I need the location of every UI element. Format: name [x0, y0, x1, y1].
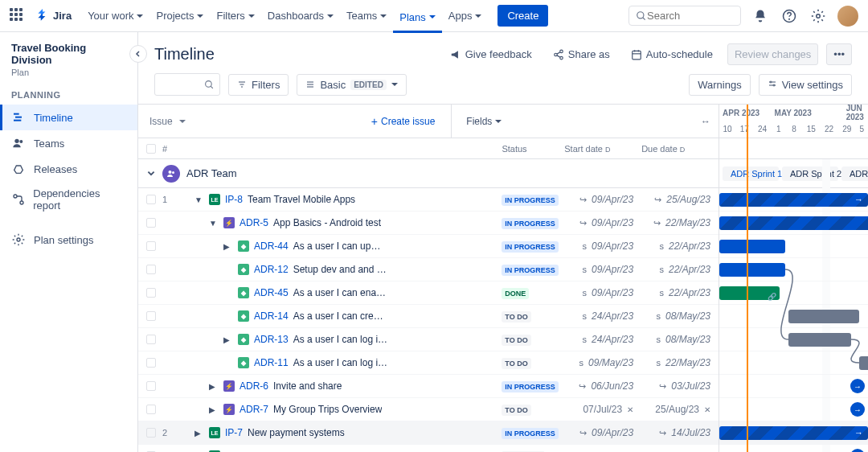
issue-key-link[interactable]: ADR-14 [254, 310, 289, 322]
gantt-bar[interactable] [719, 263, 785, 277]
status-badge[interactable]: IN PROGRESS [502, 241, 559, 253]
search-input[interactable] [647, 10, 734, 22]
status-badge[interactable]: IN PROGRESS [502, 218, 559, 229]
status-badge[interactable]: DONE [502, 288, 529, 299]
row-checkbox[interactable] [146, 195, 156, 204]
more-actions-button[interactable]: ••• [826, 43, 852, 65]
fields-dropdown[interactable]: Fields [466, 116, 502, 127]
create-button[interactable]: Create [497, 5, 548, 27]
start-date-cell[interactable]: ↪09/Apr/23 [564, 194, 641, 205]
gantt-bar[interactable] [788, 310, 859, 323]
clear-icon[interactable]: ✕ [704, 405, 710, 414]
due-date-cell[interactable]: ↪14/Jul/23 [641, 427, 719, 438]
nav-item-projects[interactable]: Projects [149, 0, 210, 33]
due-date-cell[interactable]: s22/Apr/23 [641, 264, 719, 275]
view-mode-button[interactable]: BasicEDITED [297, 74, 406, 96]
issue-key-link[interactable]: ADR-45 [254, 287, 289, 298]
issue-key-link[interactable]: IP-8 [225, 194, 243, 205]
column-header-due[interactable]: Due date [641, 144, 678, 154]
issue-row[interactable]: ◆ADR-14As a user I can cre…TO DOs24/Apr/… [138, 305, 719, 328]
issue-key-link[interactable]: IP-7 [225, 427, 243, 438]
sidebar-item-releases[interactable]: Releases [0, 156, 137, 182]
offscreen-bar-indicator[interactable]: → [850, 449, 865, 452]
status-badge[interactable]: TO DO [502, 335, 530, 346]
create-issue-button[interactable]: +Create issue [371, 115, 436, 128]
start-date-cell[interactable]: s24/Apr/23 [564, 334, 641, 345]
row-checkbox[interactable] [146, 358, 156, 368]
global-search[interactable] [628, 6, 741, 26]
due-date-cell[interactable]: s08/May/23 [641, 334, 719, 345]
start-date-cell[interactable]: s09/Apr/23 [564, 287, 641, 298]
due-date-cell[interactable]: s22/May/23 [641, 357, 719, 368]
sprint-pill[interactable]: ADR Sprint 1 [723, 166, 779, 181]
issue-key-link[interactable]: ADR-11 [254, 357, 289, 368]
status-badge[interactable]: TO DO [502, 405, 530, 416]
settings-icon[interactable] [809, 6, 828, 26]
row-checkbox[interactable] [146, 288, 156, 298]
due-date-cell[interactable]: 25/Aug/23✕ [641, 404, 719, 415]
column-header-status[interactable]: Status [502, 144, 564, 154]
gantt-bar[interactable] [719, 216, 868, 230]
expand-toggle[interactable]: ▶ [223, 335, 233, 344]
gantt-bar[interactable] [719, 240, 785, 253]
gantt-bar[interactable]: 🔗 [859, 356, 868, 370]
due-date-cell[interactable]: s08/May/23 [641, 310, 719, 322]
sidebar-item-plan-settings[interactable]: Plan settings [0, 227, 137, 253]
give-feedback-button[interactable]: Give feedback [444, 44, 538, 64]
nav-item-dashboards[interactable]: Dashboards [261, 0, 340, 33]
sidebar-collapse-button[interactable] [129, 45, 147, 63]
row-checkbox[interactable] [146, 381, 156, 391]
notifications-icon[interactable] [751, 6, 770, 26]
expand-toggle[interactable]: ▶ [209, 382, 219, 391]
due-date-cell[interactable]: ↪25/Aug/23 [641, 194, 719, 205]
row-checkbox[interactable] [146, 265, 156, 274]
row-checkbox[interactable] [146, 428, 156, 438]
warnings-button[interactable]: Warnings [689, 74, 750, 96]
issue-key-link[interactable]: ADR-6 [240, 380, 268, 392]
gantt-bar[interactable]: → [719, 426, 868, 440]
expand-toggle[interactable]: ▼ [194, 195, 204, 204]
expand-toggle[interactable]: ▶ [223, 242, 233, 251]
gantt-bar[interactable] [788, 333, 851, 347]
view-settings-button[interactable]: View settings [759, 74, 852, 96]
user-avatar[interactable] [837, 6, 858, 27]
issue-key-link[interactable]: ADR-12 [254, 264, 289, 275]
issue-row[interactable]: ◆ADR-12Setup dev and and …IN PROGRESSs09… [138, 258, 719, 281]
expand-toggle[interactable]: ▶ [209, 405, 219, 414]
collapse-columns-icon[interactable]: ↔ [701, 116, 710, 127]
sprint-pill[interactable]: ADR Sprint 3 [841, 166, 868, 181]
start-date-cell[interactable]: ↪09/Apr/23 [564, 217, 641, 228]
nav-item-apps[interactable]: Apps [442, 0, 489, 33]
issue-row[interactable]: 2▶LEIP-7New payment systemsIN PROGRESS↪0… [138, 421, 719, 445]
sidebar-item-dependencies-report[interactable]: Dependencies report [0, 182, 137, 217]
help-icon[interactable] [780, 6, 799, 26]
status-badge[interactable]: IN PROGRESS [502, 195, 559, 206]
auto-schedule-button[interactable]: Auto-schedule [624, 44, 719, 64]
issue-row[interactable]: ▶◆ADR-13As a user I can log i…TO DOs24/A… [138, 328, 719, 351]
status-badge[interactable]: IN PROGRESS [502, 265, 559, 276]
row-checkbox[interactable] [146, 405, 156, 414]
share-as-button[interactable]: Share as [547, 44, 616, 64]
issue-row[interactable]: ▶⚡ADR-7My Group Trips OverviewTO DO07/Ju… [138, 398, 719, 421]
start-date-cell[interactable]: s24/Apr/23 [564, 310, 641, 322]
team-group-row[interactable]: ADR Team [138, 159, 719, 188]
review-changes-button[interactable]: Review changes [727, 43, 818, 65]
expand-toggle[interactable]: ▶ [194, 429, 204, 438]
due-date-cell[interactable]: s22/Apr/23 [641, 240, 719, 252]
issue-row[interactable]: ▼⚡ADR-5App Basics - Android testIN PROGR… [138, 212, 719, 235]
offscreen-bar-indicator[interactable]: → [850, 379, 865, 393]
issue-key-link[interactable]: ADR-13 [254, 334, 289, 345]
nav-item-plans[interactable]: Plans [393, 1, 442, 33]
column-header-start[interactable]: Start date [564, 144, 603, 154]
status-badge[interactable]: IN PROGRESS [502, 428, 559, 439]
filters-button[interactable]: Filters [228, 74, 289, 96]
nav-item-filters[interactable]: Filters [210, 0, 260, 33]
row-checkbox[interactable] [146, 311, 156, 321]
row-checkbox[interactable] [146, 241, 156, 251]
issue-row[interactable]: ◆ADR-11As a user I can log i…TO DOs09/Ma… [138, 351, 719, 375]
issue-key-link[interactable]: ADR-5 [240, 217, 268, 228]
start-date-cell[interactable]: ↪09/Apr/23 [564, 427, 641, 438]
start-date-cell[interactable]: s09/May/23 [564, 357, 641, 368]
nav-item-your-work[interactable]: Your work [81, 0, 149, 33]
start-date-cell[interactable]: ↪06/Jun/23 [564, 380, 641, 392]
